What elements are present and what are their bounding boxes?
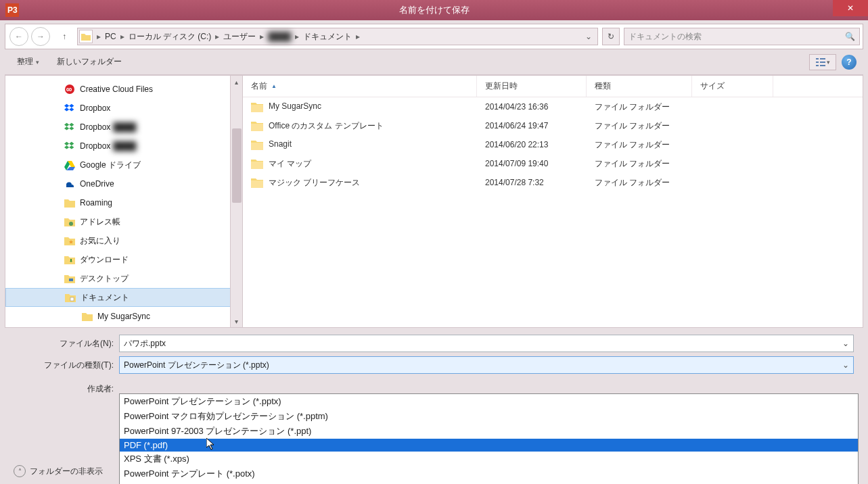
view-options-button[interactable]: ▾ <box>809 54 836 70</box>
file-type: ファイル フォルダー <box>587 177 692 189</box>
gdrive-icon <box>64 159 76 171</box>
svg-point-4 <box>69 222 73 226</box>
help-button[interactable]: ? <box>842 55 856 70</box>
tree-item-label: Dropbox <box>80 103 110 113</box>
desk-icon <box>64 272 76 285</box>
column-date[interactable]: 更新日時 <box>477 76 587 97</box>
breadcrumb-seg[interactable]: ドキュメント <box>300 28 355 45</box>
filetype-option[interactable]: XPS 文書 (*.xps) <box>120 452 858 466</box>
new-folder-button[interactable]: 新しいフォルダー <box>51 53 127 70</box>
file-row[interactable]: Snagit2014/06/20 22:13ファイル フォルダー <box>243 135 863 154</box>
tree-item-label: アドレス帳 <box>80 216 120 228</box>
doc-icon <box>64 291 76 304</box>
column-type[interactable]: 種類 <box>587 76 692 97</box>
breadcrumb-seg[interactable]: ████ <box>265 28 294 45</box>
tree-item-label: Creative Cloud Files <box>80 84 153 94</box>
tree-item[interactable]: デスクトップ <box>5 269 242 288</box>
onedrive-icon <box>64 178 76 190</box>
close-button[interactable]: ✕ <box>833 0 868 16</box>
breadcrumb-seg[interactable]: PC <box>102 28 119 45</box>
filetype-option[interactable]: PowerPoint 97-2003 プレゼンテーション (*.ppt) <box>120 424 858 439</box>
folder-icon <box>81 326 93 328</box>
tree-item[interactable]: ∞Creative Cloud Files <box>5 80 242 99</box>
filetype-option[interactable]: PDF (*.pdf) <box>120 439 858 452</box>
filetype-select[interactable]: PowerPoint プレゼンテーション (*.pptx) ⌄ <box>119 356 854 374</box>
dl-icon <box>64 253 76 266</box>
toolbar: 整理 ▾ 新しいフォルダー ▾ ? <box>5 49 863 75</box>
svg-text:∞: ∞ <box>66 84 72 94</box>
author-label: 作成者: <box>14 382 119 395</box>
tree-item[interactable]: Office のカスタム テンプレート <box>5 326 242 328</box>
file-row[interactable]: マジック ブリーフケース2014/07/28 7:32ファイル フォルダー <box>243 173 863 192</box>
filetype-option[interactable]: PowerPoint マクロ有効プレゼンテーション (*.pptm) <box>120 409 858 424</box>
file-type: ファイル フォルダー <box>587 101 692 113</box>
filetype-option[interactable]: PowerPoint プレゼンテーション (*.pptx) <box>120 394 858 409</box>
refresh-icon: ↻ <box>608 32 614 41</box>
file-row[interactable]: My SugarSync2014/04/23 16:36ファイル フォルダー <box>243 97 863 116</box>
forward-button[interactable]: → <box>31 27 50 46</box>
file-name: マイ マップ <box>243 158 477 170</box>
column-name[interactable]: 名前 <box>243 76 477 97</box>
chevron-down-icon[interactable]: ⌄ <box>842 360 849 370</box>
scroll-thumb[interactable] <box>232 128 242 203</box>
breadcrumb-seg[interactable]: ユーザー <box>221 28 258 45</box>
up-button[interactable]: ↑ <box>57 29 72 44</box>
file-name: My SugarSync <box>243 101 477 112</box>
svg-rect-6 <box>70 297 74 301</box>
tree-item[interactable]: ダウンロード <box>5 250 242 269</box>
help-icon: ? <box>846 57 851 67</box>
search-input[interactable]: ドキュメントの検索 🔍 <box>624 28 860 45</box>
filetype-dropdown-list[interactable]: PowerPoint プレゼンテーション (*.pptx)PowerPoint … <box>119 393 859 484</box>
file-list[interactable]: 名前 更新日時 種類 サイズ My SugarSync2014/04/23 16… <box>243 75 863 328</box>
tree-item[interactable]: Roaming <box>5 193 242 212</box>
svg-rect-5 <box>69 279 73 281</box>
column-size[interactable]: サイズ <box>692 76 773 97</box>
search-icon: 🔍 <box>845 32 855 41</box>
tree-item[interactable]: ドキュメント <box>5 288 242 307</box>
folder-tree[interactable]: ∞Creative Cloud FilesDropboxDropbox████D… <box>5 75 243 328</box>
scrollbar[interactable]: ▴ ▾ <box>230 76 242 327</box>
organize-button[interactable]: 整理 ▾ <box>12 53 45 70</box>
tree-item-label: お気に入り <box>80 235 120 247</box>
folder-icon <box>251 139 263 150</box>
tree-item[interactable]: アドレス帳 <box>5 212 242 231</box>
tree-item[interactable]: OneDrive <box>5 174 242 193</box>
file-row[interactable]: マイ マップ2014/07/09 19:40ファイル フォルダー <box>243 154 863 173</box>
file-name: Office のカスタム テンプレート <box>243 120 477 132</box>
chevron-right-icon: ▸ <box>355 32 361 41</box>
back-button[interactable]: ← <box>9 27 28 46</box>
filename-value: パワポ.pptx <box>124 338 166 349</box>
tree-item[interactable]: Dropbox████ <box>5 118 242 137</box>
filename-input[interactable]: パワポ.pptx ⌄ <box>119 335 854 352</box>
folder-icon <box>251 158 263 169</box>
file-type: ファイル フォルダー <box>587 120 692 132</box>
filetype-option[interactable]: PowerPoint テンプレート (*.potx) <box>120 466 858 481</box>
breadcrumb[interactable]: ▸ PC ▸ ローカル ディスク (C:) ▸ ユーザー ▸ ████ ▸ ドキ… <box>77 28 598 45</box>
folder-icon <box>64 197 76 209</box>
addr-icon <box>64 216 76 228</box>
navigation-bar: ← → ↑ ▸ PC ▸ ローカル ディスク (C:) ▸ ユーザー ▸ ███… <box>5 24 863 49</box>
folder-icon <box>251 120 263 131</box>
refresh-button[interactable]: ↻ <box>602 28 620 45</box>
filetype-option[interactable]: PowerPoint マクロ有効テンプレート (*.potm) <box>120 481 858 484</box>
column-headers: 名前 更新日時 種類 サイズ <box>243 76 863 97</box>
tree-item-label: Office のカスタム テンプレート <box>97 326 212 328</box>
hide-folders-button[interactable]: ˄ フォルダーの非表示 <box>14 465 103 477</box>
tree-item[interactable]: My SugarSync <box>5 307 242 326</box>
organize-label: 整理 <box>17 56 33 68</box>
fav-icon <box>64 235 76 247</box>
dropbox-g-icon <box>64 140 76 152</box>
tree-item-label: Dropbox████ <box>80 122 136 132</box>
chevron-down-icon[interactable]: ⌄ <box>842 339 849 348</box>
scroll-up-icon[interactable]: ▴ <box>231 76 242 88</box>
tree-item[interactable]: Dropbox████ <box>5 137 242 155</box>
breadcrumb-dropdown[interactable]: ⌄ <box>581 32 596 41</box>
tree-item[interactable]: Dropbox <box>5 99 242 118</box>
breadcrumb-seg[interactable]: ローカル ディスク (C:) <box>126 28 214 45</box>
file-type: ファイル フォルダー <box>587 139 692 151</box>
tree-item[interactable]: Google ドライブ <box>5 155 242 174</box>
scroll-down-icon[interactable]: ▾ <box>231 315 242 327</box>
file-row[interactable]: Office のカスタム テンプレート2014/06/24 19:47ファイル … <box>243 116 863 135</box>
chevron-right-icon: ▸ <box>95 32 102 41</box>
tree-item[interactable]: お気に入り <box>5 231 242 250</box>
